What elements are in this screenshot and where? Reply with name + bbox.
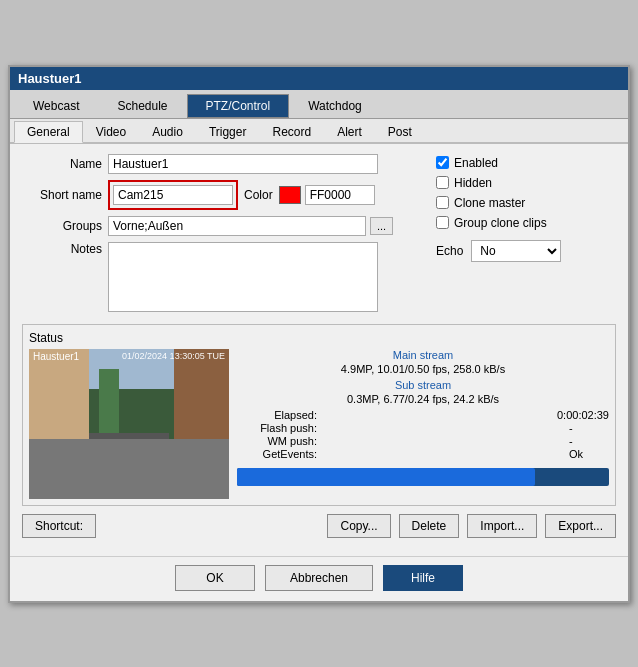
cam-building-left	[29, 349, 89, 439]
elapsed-label: Elapsed:	[237, 409, 317, 421]
short-name-label: Short name	[22, 188, 102, 202]
main-window: Haustuer1 Webcast Schedule PTZ/Control W…	[8, 65, 630, 603]
tab-video[interactable]: Video	[83, 121, 139, 142]
groups-ellipsis-button[interactable]: ...	[370, 217, 393, 235]
window-title: Haustuer1	[18, 71, 82, 86]
color-swatch[interactable]	[279, 186, 301, 204]
name-label: Name	[22, 157, 102, 171]
tab-record[interactable]: Record	[259, 121, 324, 142]
title-bar: Haustuer1	[10, 67, 628, 90]
elapsed-row: Elapsed: 0:00:02:39	[237, 409, 609, 421]
import-button[interactable]: Import...	[467, 514, 537, 538]
name-row: Name	[22, 154, 426, 174]
elapsed-value: 0:00:02:39	[557, 409, 609, 421]
hilfe-button[interactable]: Hilfe	[383, 565, 463, 591]
checkbox-enabled-label: Enabled	[454, 156, 498, 170]
ok-button[interactable]: OK	[175, 565, 255, 591]
progress-bar-fill	[237, 468, 535, 486]
checkbox-group-clone-clips-label: Group clone clips	[454, 216, 547, 230]
sub-tab-bar: General Video Audio Trigger Record Alert…	[10, 119, 628, 144]
cam-building-right	[174, 349, 229, 439]
checkbox-clone-master-label: Clone master	[454, 196, 525, 210]
checkbox-hidden-label: Hidden	[454, 176, 492, 190]
get-events-label: GetEvents:	[237, 448, 317, 460]
tab-watchdog[interactable]: Watchdog	[289, 94, 381, 118]
camera-timestamp: 01/02/2024 13:30:05 TUE	[122, 351, 225, 361]
checkbox-enabled[interactable]	[436, 156, 449, 169]
bottom-buttons: Shortcut: Copy... Delete Import... Expor…	[22, 506, 616, 542]
checkbox-enabled-row: Enabled	[436, 156, 616, 170]
abbrechen-button[interactable]: Abbrechen	[265, 565, 373, 591]
form-layout: Name Short name Color Groups	[22, 154, 616, 318]
groups-label: Groups	[22, 219, 102, 233]
tab-ptz-control[interactable]: PTZ/Control	[187, 94, 290, 118]
name-input[interactable]	[108, 154, 378, 174]
checkbox-hidden[interactable]	[436, 176, 449, 189]
main-stream-data: 4.9MP, 10.01/0.50 fps, 258.0 kB/s	[237, 363, 609, 375]
flash-push-row: Flash push: -	[237, 422, 609, 434]
tab-webcast[interactable]: Webcast	[14, 94, 98, 118]
wm-push-row: WM push: -	[237, 435, 609, 447]
notes-textarea[interactable]	[108, 242, 378, 312]
shortcut-button[interactable]: Shortcut:	[22, 514, 96, 538]
checkbox-group-clone-clips[interactable]	[436, 216, 449, 229]
sub-stream-data: 0.3MP, 6.77/0.24 fps, 24.2 kB/s	[237, 393, 609, 405]
flash-push-label: Flash push:	[237, 422, 317, 434]
short-name-box	[108, 180, 238, 210]
echo-label: Echo	[436, 244, 463, 258]
get-events-row: GetEvents: Ok	[237, 448, 609, 460]
tab-trigger[interactable]: Trigger	[196, 121, 260, 142]
short-name-row: Short name Color	[22, 180, 426, 210]
progress-bar-container	[237, 468, 609, 486]
echo-select[interactable]: No Yes	[471, 240, 561, 262]
checkbox-clone-master[interactable]	[436, 196, 449, 209]
checkbox-group-clone-clips-row: Group clone clips	[436, 216, 616, 230]
tab-schedule[interactable]: Schedule	[98, 94, 186, 118]
right-form: Enabled Hidden Clone master Group clone …	[426, 154, 616, 318]
copy-button[interactable]: Copy...	[327, 514, 390, 538]
tab-general[interactable]: General	[14, 121, 83, 143]
content-area: Name Short name Color Groups	[10, 144, 628, 552]
footer-buttons: OK Abbrechen Hilfe	[10, 556, 628, 601]
short-name-input[interactable]	[113, 185, 233, 205]
camera-preview: Haustuer1 01/02/2024 13:30:05 TUE	[29, 349, 229, 499]
status-inner: Haustuer1 01/02/2024 13:30:05 TUE Main s…	[29, 349, 609, 499]
echo-row: Echo No Yes	[436, 240, 616, 262]
camera-label: Haustuer1	[33, 351, 79, 362]
wm-push-label: WM push:	[237, 435, 317, 447]
status-title: Status	[29, 331, 609, 345]
top-tab-bar: Webcast Schedule PTZ/Control Watchdog	[10, 90, 628, 119]
notes-label: Notes	[22, 242, 102, 256]
main-stream-title: Main stream	[237, 349, 609, 361]
checkbox-hidden-row: Hidden	[436, 176, 616, 190]
tab-audio[interactable]: Audio	[139, 121, 196, 142]
checkbox-clone-master-row: Clone master	[436, 196, 616, 210]
cam-road	[29, 439, 229, 499]
delete-button[interactable]: Delete	[399, 514, 460, 538]
flash-push-value: -	[569, 422, 609, 434]
tab-post[interactable]: Post	[375, 121, 425, 142]
groups-row: Groups ...	[22, 216, 426, 236]
color-hex-input[interactable]	[305, 185, 375, 205]
color-label: Color	[244, 188, 273, 202]
cam-tree	[99, 369, 119, 439]
wm-push-value: -	[569, 435, 609, 447]
status-info: Main stream 4.9MP, 10.01/0.50 fps, 258.0…	[237, 349, 609, 499]
status-section: Status Haustuer1 01/02/2024 13:30:05 TUE…	[22, 324, 616, 506]
sub-stream-title: Sub stream	[237, 379, 609, 391]
left-form: Name Short name Color Groups	[22, 154, 426, 318]
tab-alert[interactable]: Alert	[324, 121, 375, 142]
export-button[interactable]: Export...	[545, 514, 616, 538]
groups-input[interactable]	[108, 216, 366, 236]
get-events-value: Ok	[569, 448, 609, 460]
notes-row: Notes	[22, 242, 426, 312]
